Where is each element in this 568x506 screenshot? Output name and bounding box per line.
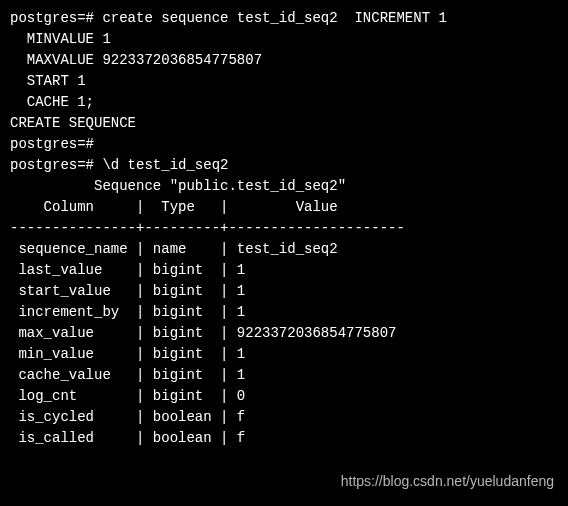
table-row: log_cnt | bigint | 0 [10, 386, 558, 407]
cmd-describe-sequence: postgres=# \d test_id_seq2 [10, 155, 558, 176]
table-row: is_cycled | boolean | f [10, 407, 558, 428]
table-row: sequence_name | name | test_id_seq2 [10, 239, 558, 260]
cmd-create-sequence-l4: START 1 [10, 71, 558, 92]
table-row: cache_value | bigint | 1 [10, 365, 558, 386]
table-row: max_value | bigint | 9223372036854775807 [10, 323, 558, 344]
prompt-empty: postgres=# [10, 134, 558, 155]
cmd-create-sequence-l3: MAXVALUE 9223372036854775807 [10, 50, 558, 71]
sequence-title: Sequence "public.test_id_seq2" [10, 176, 558, 197]
terminal-output[interactable]: postgres=# create sequence test_id_seq2 … [10, 8, 558, 449]
result-message: CREATE SEQUENCE [10, 113, 558, 134]
table-row: is_called | boolean | f [10, 428, 558, 449]
cmd-create-sequence-l1: postgres=# create sequence test_id_seq2 … [10, 8, 558, 29]
cmd-create-sequence-l5: CACHE 1; [10, 92, 558, 113]
table-row: start_value | bigint | 1 [10, 281, 558, 302]
table-row: increment_by | bigint | 1 [10, 302, 558, 323]
table-divider: ---------------+---------+--------------… [10, 218, 558, 239]
table-row: min_value | bigint | 1 [10, 344, 558, 365]
cmd-create-sequence-l2: MINVALUE 1 [10, 29, 558, 50]
table-row: last_value | bigint | 1 [10, 260, 558, 281]
watermark-text: https://blog.csdn.net/yueludanfeng [341, 471, 554, 492]
table-header: Column | Type | Value [10, 197, 558, 218]
